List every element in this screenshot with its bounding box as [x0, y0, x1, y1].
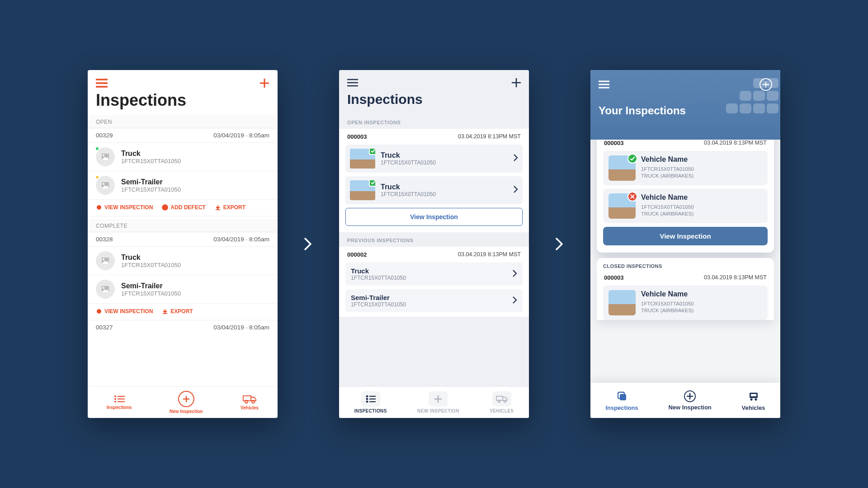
vehicle-name: Vehicle Name — [641, 290, 694, 298]
vehicle-thumbnail — [96, 147, 115, 166]
check-badge-icon — [369, 149, 375, 155]
view-inspection-button[interactable]: View Inspection — [345, 208, 523, 226]
bnav-new-inspection[interactable]: New Inspection — [170, 391, 203, 414]
vehicle-row[interactable]: Semi-Trailer 1FTCR15X0TTA01050 — [88, 275, 278, 304]
plus-circle-icon — [684, 390, 696, 402]
hamburger-icon[interactable] — [599, 80, 609, 89]
stack-icon — [616, 390, 628, 403]
vehicle-row[interactable]: Truck 1FTCR15X0TTA01050 — [88, 143, 278, 171]
add-defect-button[interactable]: ADD DEFECT — [162, 204, 205, 211]
vehicle-vin: 1FTCR15X0TTA01050 — [641, 300, 694, 308]
section-label-closed: CLOSED INSPECTIONS — [603, 263, 768, 272]
view-inspection-button[interactable]: View Inspection — [603, 227, 768, 245]
svg-point-16 — [114, 398, 116, 400]
vehicle-row[interactable]: Semi-Trailer 1FTCR15X0TTA01050 — [88, 171, 278, 200]
vehicle-name: Semi-Trailer — [121, 178, 181, 186]
bnav-inspections[interactable]: INSPECTIONS — [354, 391, 387, 413]
status-dot-yellow — [95, 175, 99, 179]
hamburger-icon[interactable] — [96, 79, 108, 88]
inspection-time: 03.04.2019 8:13PM MST — [458, 133, 521, 140]
svg-point-39 — [498, 400, 500, 403]
vehicle-row[interactable]: Truck 1FTCR15X0TTA01050 — [345, 145, 523, 173]
truck-icon — [747, 390, 760, 403]
vehicle-row[interactable]: Vehicle Name 1FTCR15X0TTA01050 TRUCK (AI… — [603, 151, 768, 185]
hero-decoration — [708, 75, 780, 120]
svg-point-34 — [366, 401, 368, 403]
vehicle-name: Semi-Trailer — [121, 282, 181, 290]
svg-rect-46 — [726, 103, 738, 113]
section-label-open: OPEN INSPECTIONS — [339, 114, 529, 129]
inspection-id: 000003 — [347, 133, 367, 140]
export-button[interactable]: EXPORT — [215, 204, 245, 211]
inspection-time: 03/04/2019 · 8:05am — [213, 132, 269, 139]
status-dot-green — [95, 146, 99, 151]
screen-b: Inspections OPEN INSPECTIONS 000003 03.0… — [339, 70, 529, 418]
vehicle-row[interactable]: Semi-Trailer 1FTCR15X0TTA01050 — [345, 289, 523, 312]
vehicle-name: Truck — [381, 151, 436, 160]
vehicle-vin: 1FTCR15X0TTA01050 — [121, 262, 181, 268]
vehicle-type: TRUCK (AIRBRAKES) — [641, 308, 694, 313]
vehicle-thumbnail — [96, 280, 115, 299]
inspection-header: 000003 03.04.2019 8:13PM MST — [603, 272, 768, 286]
vehicle-row[interactable]: Truck 1FTCR15X0TTA01050 — [345, 263, 523, 286]
vehicle-type: TRUCK (AIRBRAKES) — [641, 211, 694, 216]
image-placeholder-icon — [102, 286, 109, 292]
vehicle-name: Truck — [351, 267, 406, 275]
inspection-header: 000002 03.04.2019 8:13PM MST — [339, 247, 529, 263]
inspection-header: 000003 03.04.2019 8:13PM MST — [603, 138, 768, 151]
export-button[interactable]: EXPORT — [162, 308, 193, 314]
vehicle-thumbnail — [350, 149, 375, 169]
svg-point-63 — [750, 398, 752, 400]
check-badge-icon — [627, 154, 637, 164]
svg-rect-41 — [753, 78, 765, 88]
bnav-new-inspection[interactable]: NEW INSPECTION — [417, 391, 459, 413]
vehicle-row[interactable]: Truck 1FTCR15X0TTA01050 — [88, 247, 278, 275]
svg-rect-45 — [767, 91, 778, 101]
chevron-right-icon — [513, 270, 517, 279]
vehicle-row[interactable]: Vehicle Name 1FTCR15X0TTA01050 TRUCK (AI… — [603, 189, 768, 223]
inspection-header[interactable]: 00327 03/04/2019 · 8:05am — [88, 320, 278, 334]
list-icon — [361, 391, 380, 407]
inspection-header[interactable]: 00329 03/04/2019 · 8:05am — [88, 128, 278, 143]
vehicle-row[interactable]: Truck 1FTCR15X0TTA01050 — [345, 176, 523, 204]
vehicle-name: Truck — [381, 183, 436, 191]
arrow-right-icon — [551, 235, 569, 253]
bnav-inspections[interactable]: Inspections — [107, 395, 132, 410]
svg-rect-44 — [753, 91, 765, 101]
inspection-id: 00327 — [96, 324, 113, 331]
plus-icon[interactable] — [259, 78, 269, 88]
vehicle-name: Vehicle Name — [641, 193, 694, 202]
inspection-id: 000003 — [604, 140, 623, 146]
inspection-id: 000002 — [347, 251, 367, 258]
vehicle-name: Vehicle Name — [641, 155, 694, 164]
vehicle-name: Semi-Trailer — [351, 294, 406, 301]
list-icon — [114, 395, 125, 403]
page-title: Inspections — [339, 89, 529, 114]
inspection-time: 03.04.2019 8:13PM MST — [458, 251, 521, 258]
bnav-vehicles[interactable]: VEHICLES — [490, 391, 514, 413]
section-label-previous: PREVIOUS INSPECTIONS — [339, 232, 529, 247]
inspection-id: 00329 — [96, 132, 113, 139]
svg-rect-42 — [767, 78, 778, 88]
bnav-inspections[interactable]: Inspections — [605, 390, 638, 411]
inspection-header: 000003 03.04.2019 8:13PM MST — [339, 129, 529, 145]
vehicle-row[interactable]: Vehicle Name 1FTCR15X0TTA01050 TRUCK (AI… — [603, 286, 768, 320]
vehicle-vin: 1FTCR15X0TTA01050 — [641, 203, 694, 211]
vehicle-name: Truck — [121, 150, 181, 158]
check-badge-icon — [369, 180, 375, 187]
svg-point-40 — [504, 400, 506, 403]
view-inspection-button[interactable]: VIEW INSPECTION — [96, 204, 153, 211]
vehicle-vin: 1FTCR15X0TTA01050 — [121, 186, 181, 193]
bnav-vehicles[interactable]: Vehicles — [241, 394, 259, 410]
hamburger-icon[interactable] — [347, 79, 358, 87]
vehicle-thumbnail — [96, 251, 115, 270]
bnav-vehicles[interactable]: Vehicles — [742, 390, 765, 411]
plus-icon[interactable] — [512, 78, 521, 87]
vehicle-vin: 1FTCR15X0TTA01050 — [641, 165, 694, 173]
chevron-right-icon — [514, 154, 518, 163]
error-badge-icon — [627, 192, 637, 202]
bnav-new-inspection[interactable]: New Inspection — [668, 390, 711, 411]
chevron-right-icon — [514, 186, 518, 195]
view-inspection-button[interactable]: VIEW INSPECTION — [96, 308, 153, 314]
inspection-header[interactable]: 00328 03/04/2019 · 8:05am — [88, 232, 278, 247]
